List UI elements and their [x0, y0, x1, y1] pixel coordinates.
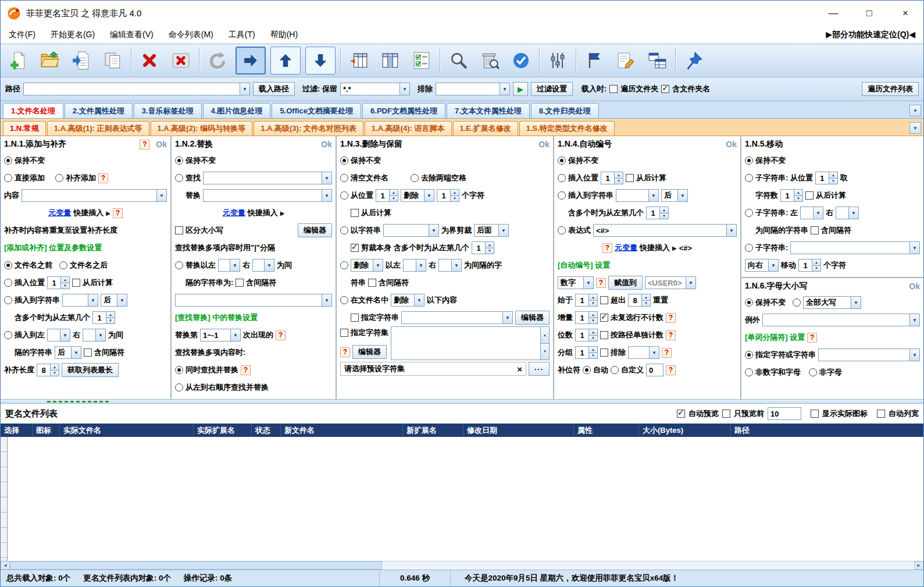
more-presets-button[interactable]: ··· — [529, 362, 550, 376]
spin-down-icon[interactable]: ▼ — [51, 370, 59, 376]
substring-pos-radio[interactable] — [745, 174, 753, 182]
spin-down-icon[interactable]: ▼ — [794, 195, 802, 202]
after-name-radio[interactable] — [59, 261, 67, 269]
expression-radio[interactable] — [558, 226, 566, 234]
column-header[interactable]: 新扩展名 — [403, 424, 463, 437]
traverse-folders-checkbox[interactable] — [609, 85, 618, 93]
spin-up-icon[interactable]: ▲ — [106, 312, 115, 318]
toolbar-insert-columns-button[interactable] — [345, 47, 372, 74]
toolbar-clear-button[interactable] — [167, 47, 194, 74]
dropdown-arrow-icon[interactable]: ▼ — [909, 242, 919, 254]
digits-spinner[interactable]: 1▲▼ — [575, 329, 598, 341]
dropdown-arrow-icon[interactable]: ▼ — [230, 329, 240, 341]
replace-between-radio[interactable] — [175, 261, 183, 269]
replace-combobox[interactable]: ▼ — [203, 189, 332, 202]
toolbar-new-file-button[interactable] — [5, 47, 32, 74]
spin-down-icon[interactable]: ▼ — [829, 178, 837, 184]
preview-first-checkbox[interactable] — [722, 410, 730, 418]
keep-radio[interactable] — [745, 156, 753, 165]
sub-tab[interactable]: 1.A.高级(3): 文件名对照列表 — [254, 121, 363, 136]
column-header[interactable]: 实际文件名 — [60, 424, 194, 437]
column-header[interactable]: 状态 — [252, 424, 281, 437]
spin-down-icon[interactable]: ▼ — [642, 300, 650, 307]
keep-radio[interactable] — [4, 156, 12, 165]
path-combobox[interactable]: ▼ — [23, 83, 250, 95]
pos-spinner[interactable]: 1▲▼ — [815, 172, 838, 184]
dropdown-arrow-icon[interactable]: ▼ — [851, 297, 861, 308]
charset-textarea[interactable]: ▲▼ — [391, 326, 550, 360]
filter-combobox[interactable]: *.*▼ — [340, 83, 410, 95]
spec-chars-combobox[interactable]: ▼ — [818, 348, 920, 361]
spin-down-icon[interactable]: ▼ — [589, 300, 597, 307]
insert-between-radio[interactable] — [4, 331, 12, 339]
spin-up-icon[interactable]: ▲ — [51, 364, 59, 370]
get-longest-button[interactable]: 获取列表最长 — [62, 363, 119, 377]
from-end-checkbox[interactable] — [626, 174, 634, 182]
dropdown-arrow-icon[interactable]: ▼ — [414, 294, 424, 306]
spin-up-icon[interactable]: ▲ — [589, 347, 597, 353]
meta-variable-link[interactable]: 元变量 — [48, 208, 71, 218]
expand-arrow-icon[interactable]: ▶ — [106, 210, 110, 216]
spin-up-icon[interactable]: ▲ — [615, 172, 623, 178]
help-button[interactable]: ? — [666, 313, 676, 323]
insert-pos-spinner[interactable]: 1▲▼ — [601, 172, 623, 184]
dropdown-arrow-icon[interactable]: ▼ — [726, 225, 736, 236]
pad-add-radio[interactable] — [55, 174, 63, 182]
in-name-mode-combobox[interactable]: 删除▼ — [391, 294, 424, 307]
spec-string-checkbox[interactable] — [351, 314, 359, 322]
dropdown-arrow-icon[interactable]: ▼ — [322, 294, 331, 306]
case-mode-combobox[interactable]: 全部大写▼ — [803, 296, 861, 309]
editor-button[interactable]: 编辑器 — [515, 311, 550, 325]
show-icons-checkbox[interactable] — [811, 410, 819, 418]
between-mode-combobox[interactable]: 删除▼ — [351, 259, 383, 272]
auto-preview-checkbox[interactable] — [677, 410, 685, 418]
clear-x-icon[interactable]: × — [517, 364, 522, 374]
column-header[interactable]: 实际扩展名 — [194, 424, 252, 437]
from-end-checkbox[interactable] — [805, 191, 814, 200]
keep-radio[interactable] — [745, 298, 753, 307]
group-spinner[interactable]: 1▲▼ — [575, 346, 598, 359]
column-header[interactable]: 路径 — [731, 424, 923, 437]
left-string-combobox[interactable]: ▼ — [800, 207, 823, 219]
dropdown-arrow-icon[interactable]: ▼ — [60, 329, 70, 341]
sub-tab[interactable]: 1.S.特定类型文件名修改 — [519, 121, 615, 136]
from-pos-radio[interactable] — [340, 191, 348, 200]
include-sep-checkbox[interactable] — [236, 279, 244, 287]
main-tab[interactable]: 4.图片信息处理 — [203, 103, 271, 118]
spin-up-icon[interactable]: ▲ — [589, 329, 597, 335]
charset-editor-button[interactable]: 编辑器 — [352, 345, 387, 359]
spin-down-icon[interactable]: ▼ — [589, 335, 597, 341]
toolbar-move-up-button[interactable] — [270, 47, 301, 74]
toolbar-settings-button[interactable] — [544, 47, 571, 74]
in-name-radio[interactable] — [340, 296, 348, 304]
move-count-spinner[interactable]: 1▲▼ — [798, 259, 821, 272]
keep-radio[interactable] — [558, 156, 566, 165]
substring-radio[interactable] — [745, 244, 753, 252]
dropdown-arrow-icon[interactable]: ▼ — [429, 225, 438, 236]
replacement-combobox[interactable]: ▼ — [175, 294, 332, 307]
right-string-combobox[interactable]: ▼ — [836, 207, 859, 219]
dropdown-arrow-icon[interactable]: ▼ — [649, 347, 659, 358]
spin-up-icon[interactable]: ▲ — [451, 190, 459, 195]
content-combobox[interactable]: ▼ — [22, 189, 167, 202]
preview-first-input[interactable]: 10 — [768, 407, 801, 420]
help-button[interactable]: ? — [666, 330, 676, 340]
before-name-radio[interactable] — [4, 261, 12, 269]
char-count-spinner[interactable]: 1▲▼ — [780, 189, 803, 202]
before-after-combobox[interactable]: 后▼ — [101, 294, 127, 307]
spin-up-icon[interactable]: ▲ — [642, 294, 650, 300]
spin-down-icon[interactable]: ▼ — [660, 213, 668, 219]
menu-file[interactable]: 文件(F) — [9, 30, 35, 40]
overflow-checkbox[interactable] — [600, 296, 608, 304]
delete-mode-combobox[interactable]: 删除▼ — [401, 189, 434, 202]
menu-help[interactable]: 帮助(H) — [270, 30, 298, 40]
column-header[interactable]: 属性 — [574, 424, 639, 437]
from-end-checkbox[interactable] — [72, 279, 80, 287]
case-sensitive-checkbox[interactable] — [175, 226, 183, 234]
sub-tab-overflow-button[interactable]: ▼ — [909, 122, 921, 134]
dropdown-arrow-icon[interactable]: ▼ — [677, 190, 687, 201]
toolbar-flag-button[interactable] — [581, 47, 608, 74]
dropdown-arrow-icon[interactable]: ▼ — [909, 314, 919, 326]
main-tab[interactable]: 2.文件属性处理 — [65, 103, 133, 118]
spin-up-icon[interactable]: ▲ — [589, 312, 597, 318]
